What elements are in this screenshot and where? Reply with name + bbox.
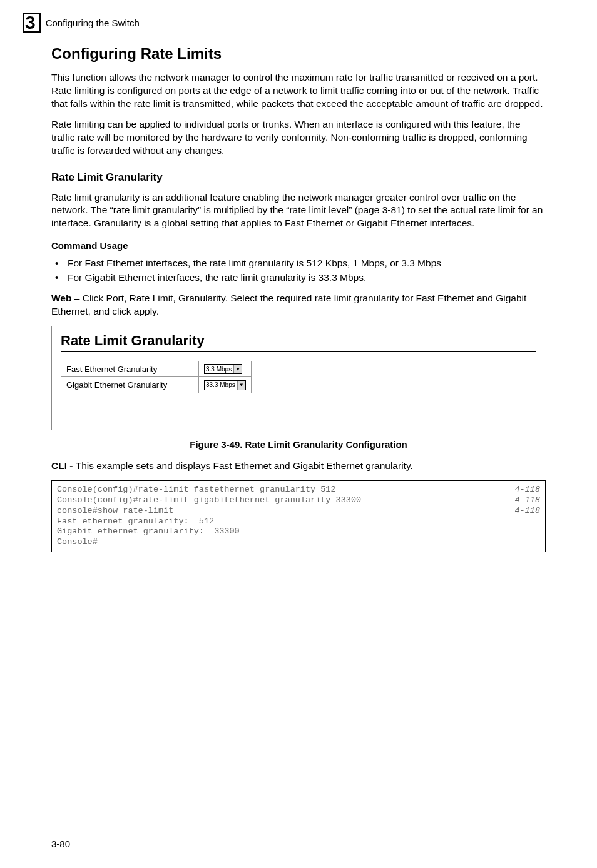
- cli-cmd: Gigabit ethernet granularity: 33300: [57, 527, 240, 537]
- gigabit-ethernet-dropdown[interactable]: 33.3 Mbps ▼: [204, 380, 246, 390]
- granularity-paragraph: Rate limit granularity is an additional …: [51, 191, 546, 231]
- panel-divider: [61, 351, 536, 352]
- subsection-title: Rate Limit Granularity: [51, 171, 546, 184]
- gigabit-ethernet-value: 33.3 Mbps: [206, 381, 235, 388]
- cli-ref: 4-118: [514, 495, 540, 506]
- fast-ethernet-cell: 3.3 Mbps ▼: [199, 361, 252, 377]
- chevron-down-icon: ▼: [233, 365, 242, 373]
- table-row: Fast Ethernet Granularity 3.3 Mbps ▼: [61, 361, 252, 377]
- cli-instruction: CLI - This example sets and displays Fas…: [51, 460, 546, 473]
- list-item: For Fast Ethernet interfaces, the rate l…: [51, 257, 546, 270]
- fast-ethernet-label: Fast Ethernet Granularity: [61, 361, 199, 377]
- chapter-number: 3: [25, 13, 36, 32]
- chevron-down-icon: ▼: [237, 381, 245, 390]
- cli-cmd: Fast ethernet granularity: 512: [57, 517, 214, 527]
- chapter-number-box: 3: [23, 13, 41, 33]
- cli-cmd: Console(config)#rate-limit fastethernet …: [57, 485, 336, 495]
- web-label: Web: [51, 293, 71, 303]
- cli-cmd: console#show rate-limit: [57, 506, 173, 517]
- cli-ref: 4-118: [514, 485, 540, 495]
- granularity-table: Fast Ethernet Granularity 3.3 Mbps ▼ Gig…: [61, 361, 252, 393]
- cli-text: This example sets and displays Fast Ethe…: [76, 460, 413, 471]
- cli-line: Console#: [57, 537, 540, 548]
- figure-caption: Figure 3-49. Rate Limit Granularity Conf…: [51, 439, 546, 450]
- page-number: 3-80: [51, 839, 70, 849]
- list-item: For Gigabit Ethernet interfaces, the rat…: [51, 271, 546, 285]
- cli-line: Fast ethernet granularity: 512: [57, 517, 540, 527]
- cli-cmd: Console(config)#rate-limit gigabitethern…: [57, 495, 361, 506]
- table-row: Gigabit Ethernet Granularity 33.3 Mbps ▼: [61, 377, 252, 393]
- command-usage-list: For Fast Ethernet interfaces, the rate l…: [51, 257, 546, 285]
- intro-paragraph-1: This function allows the network manager…: [51, 71, 546, 111]
- section-title: Configuring the Switch: [46, 18, 140, 28]
- page-title: Configuring Rate Limits: [51, 45, 546, 63]
- cli-line: console#show rate-limit4-118: [57, 506, 540, 517]
- cli-ref: 4-118: [514, 506, 540, 517]
- cli-line: Console(config)#rate-limit gigabitethern…: [57, 495, 540, 506]
- cli-line: Console(config)#rate-limit fastethernet …: [57, 485, 540, 495]
- fast-ethernet-dropdown[interactable]: 3.3 Mbps ▼: [204, 364, 242, 374]
- rate-limit-panel: Rate Limit Granularity Fast Ethernet Gra…: [51, 326, 546, 430]
- fast-ethernet-value: 3.3 Mbps: [206, 366, 232, 373]
- gigabit-ethernet-cell: 33.3 Mbps ▼: [199, 377, 252, 393]
- web-instruction: Web – Click Port, Rate Limit, Granularit…: [51, 292, 546, 318]
- cli-output-box: Console(config)#rate-limit fastethernet …: [51, 480, 546, 552]
- cli-label: CLI -: [51, 460, 76, 471]
- cli-line: Gigabit ethernet granularity: 33300: [57, 527, 540, 537]
- gigabit-ethernet-label: Gigabit Ethernet Granularity: [61, 377, 199, 393]
- intro-paragraph-2: Rate limiting can be applied to individu…: [51, 118, 546, 158]
- cli-cmd: Console#: [57, 537, 98, 548]
- command-usage-heading: Command Usage: [51, 240, 546, 251]
- panel-title: Rate Limit Granularity: [61, 333, 536, 349]
- page-header: 3 Configuring the Switch: [0, 0, 597, 33]
- web-text: – Click Port, Rate Limit, Granularity. S…: [51, 293, 526, 316]
